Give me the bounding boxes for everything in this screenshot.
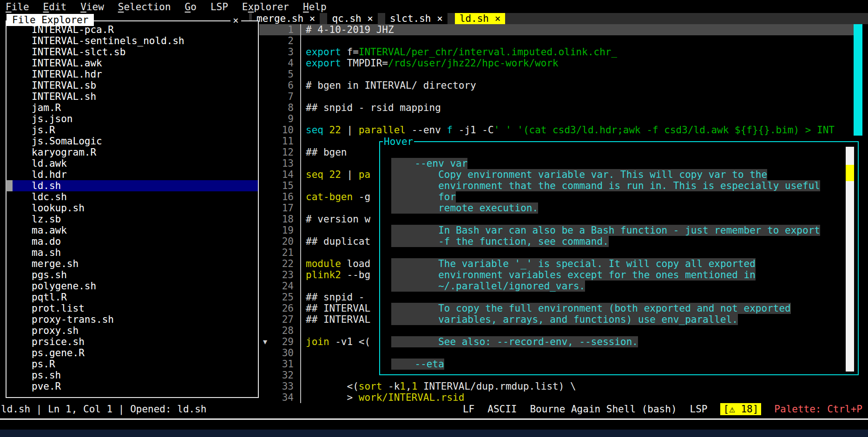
line-number: 27 (259, 314, 301, 325)
code-text (301, 35, 306, 46)
code-text (301, 136, 306, 147)
code-line[interactable]: 10seq 22 | parallel --env f -j1 -C' ' '(… (259, 124, 854, 136)
hover-doc-line: --env var (380, 158, 845, 169)
file-item[interactable]: js.R (7, 124, 258, 136)
file-item[interactable]: proxy-trans.sh (7, 314, 258, 325)
code-text (301, 280, 306, 292)
tab-close-icon[interactable]: × (367, 13, 373, 24)
code-line[interactable]: 7 (259, 91, 854, 102)
file-item[interactable]: prot.list (7, 303, 258, 314)
menu-item-view[interactable]: View (80, 1, 104, 13)
file-item-selected[interactable]: ld.sh (7, 180, 258, 191)
line-number: 1 (259, 24, 301, 35)
menu-item-help[interactable]: Help (303, 1, 327, 13)
file-item[interactable]: ps.sh (7, 370, 258, 381)
code-line[interactable]: 33 <(sort -k1,1 INTERVAL/dup.rmdup.list)… (259, 381, 854, 392)
code-line[interactable]: 3export f=INTERVAL/per_chr/interval.impu… (259, 46, 854, 58)
line-number: 17 (259, 202, 301, 214)
line-number: 25 (259, 292, 301, 303)
unregistered-banner: GISTERED VERSION - Please support MobaXt… (0, 430, 868, 437)
menu-item-file[interactable]: File (6, 1, 29, 13)
code-line[interactable]: 2 (259, 35, 854, 46)
status-file-info: ld.sh | Ln 1, Col 1 | Opened: ld.sh (1, 403, 207, 415)
editor-scrollbar[interactable] (854, 24, 862, 136)
file-item[interactable]: ld.awk (7, 158, 258, 169)
tab-slct.sh[interactable]: slct.sh × (385, 13, 447, 24)
line-number: 28 (259, 325, 301, 336)
code-text (301, 69, 306, 80)
popup-scrollbar[interactable] (846, 147, 854, 372)
line-number: 18 (259, 214, 301, 225)
tab-ld.sh[interactable]: ld.sh × (455, 13, 506, 24)
tab-close-icon[interactable]: × (437, 13, 443, 24)
line-number: 22 (259, 258, 301, 269)
lsp-warning-badge[interactable]: [⚠ 18] (720, 403, 761, 415)
tab-qc.sh[interactable]: qc.sh × (327, 13, 378, 24)
tab-close-icon[interactable]: × (495, 13, 501, 24)
code-text (301, 158, 306, 169)
tab-close-icon[interactable]: × (309, 13, 316, 24)
code-line[interactable]: 8## snpid - rsid mapping (259, 102, 854, 113)
line-number: 24 (259, 280, 301, 292)
code-line[interactable]: 5 (259, 69, 854, 80)
file-item[interactable]: js.SomaLogic (7, 136, 258, 147)
code-text: > work/INTERVAL.rsid (301, 392, 464, 403)
file-item[interactable]: ld.hdr (7, 169, 258, 180)
file-item[interactable]: merge.sh (7, 258, 258, 269)
hover-doc-line: Copy environment variable var. This will… (380, 169, 845, 180)
file-item[interactable]: jam.R (7, 102, 258, 113)
file-item[interactable]: INTERVAL-slct.sb (7, 46, 258, 58)
file-item[interactable]: lookup.sh (7, 202, 258, 214)
file-item[interactable]: ps.R (7, 359, 258, 370)
menu-item-lsp[interactable]: LSP (210, 1, 228, 13)
file-item[interactable]: INTERVAL.hdr (7, 69, 258, 80)
line-number: 6 (259, 80, 301, 91)
file-item[interactable]: prsice.sh (7, 336, 258, 347)
menu-item-go[interactable]: Go (185, 1, 197, 13)
popup-scrollbar-thumb[interactable] (846, 165, 854, 181)
code-line[interactable]: 9 (259, 113, 854, 124)
file-item[interactable]: proxy.sh (7, 325, 258, 336)
file-item[interactable]: INTERVAL.sb (7, 80, 258, 91)
file-item[interactable]: ps.gene.R (7, 347, 258, 359)
file-item[interactable]: ma.sh (7, 247, 258, 258)
file-item[interactable]: pqtl.R (7, 292, 258, 303)
line-number: 23 (259, 269, 301, 280)
file-item[interactable]: INTERVAL.sh (7, 91, 258, 102)
file-item[interactable]: ma.awk (7, 225, 258, 236)
line-number: 33 (259, 381, 301, 392)
menu-item-explorer[interactable]: Explorer (242, 1, 289, 13)
line-number: 4 (259, 58, 301, 69)
line-number: 19 (259, 225, 301, 236)
file-item[interactable]: ma.do (7, 236, 258, 247)
code-line[interactable]: 4export TMPDIR=/rds/user/jhz22/hpc-work/… (259, 58, 854, 69)
file-item[interactable]: polygene.sh (7, 280, 258, 292)
file-item[interactable]: lz.sb (7, 214, 258, 225)
tab-merge.sh[interactable]: merge.sh × (252, 13, 320, 24)
fold-marker-icon[interactable]: ▼ (263, 336, 267, 347)
file-item[interactable]: INTERVAL.awk (7, 58, 258, 69)
file-item[interactable]: INTERVAL-pca.R (7, 24, 258, 35)
file-item[interactable]: karyogram.R (7, 147, 258, 158)
file-item[interactable]: ldc.sh (7, 191, 258, 202)
file-item[interactable]: pgs.sh (7, 269, 258, 280)
line-number: 30 (259, 347, 301, 359)
hover-popup-content: --env var Copy environment variable var.… (380, 158, 845, 370)
code-text: ## INTERVAL (301, 314, 370, 325)
file-item[interactable]: js.json (7, 113, 258, 124)
menu-item-edit[interactable]: Edit (43, 1, 67, 13)
code-line[interactable]: 6# bgen in INTERVAL/ directory (259, 80, 854, 91)
file-item[interactable]: pve.R (7, 381, 258, 392)
code-text: export f=INTERVAL/per_chr/interval.imput… (301, 46, 617, 58)
line-number: 34 (259, 392, 301, 403)
code-text: ## snpid - rsid mapping (301, 102, 441, 113)
code-text: plink2 --bg (301, 269, 370, 280)
line-number: 16 (259, 191, 301, 202)
code-line[interactable]: 1# 4-10-2019 JHZ (259, 24, 854, 35)
code-text: # version w (301, 214, 370, 225)
code-line[interactable]: 34 > work/INTERVAL.rsid (259, 392, 854, 403)
menu-item-selection[interactable]: Selection (118, 1, 171, 13)
line-number: 11 (259, 136, 301, 147)
file-item[interactable]: INTERVAL-sentinels_nold.sh (7, 35, 258, 46)
hover-popup: Hover --env var Copy environment variabl… (379, 141, 859, 375)
